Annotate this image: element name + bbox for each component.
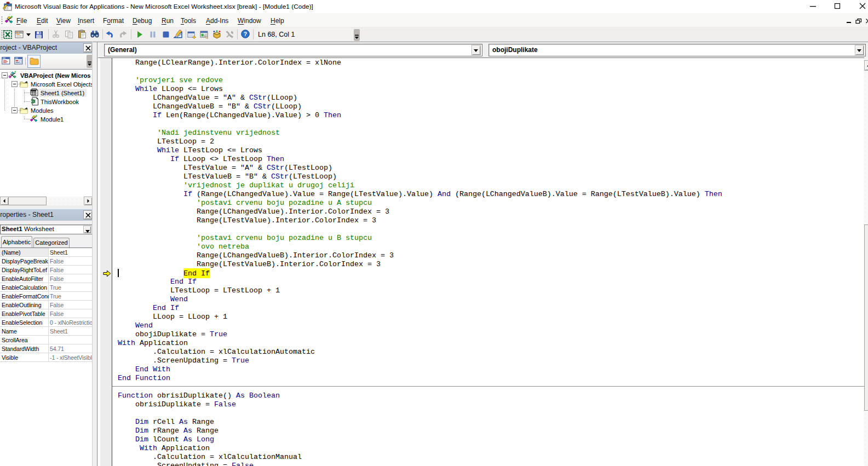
svg-text:?: ? xyxy=(244,31,247,37)
